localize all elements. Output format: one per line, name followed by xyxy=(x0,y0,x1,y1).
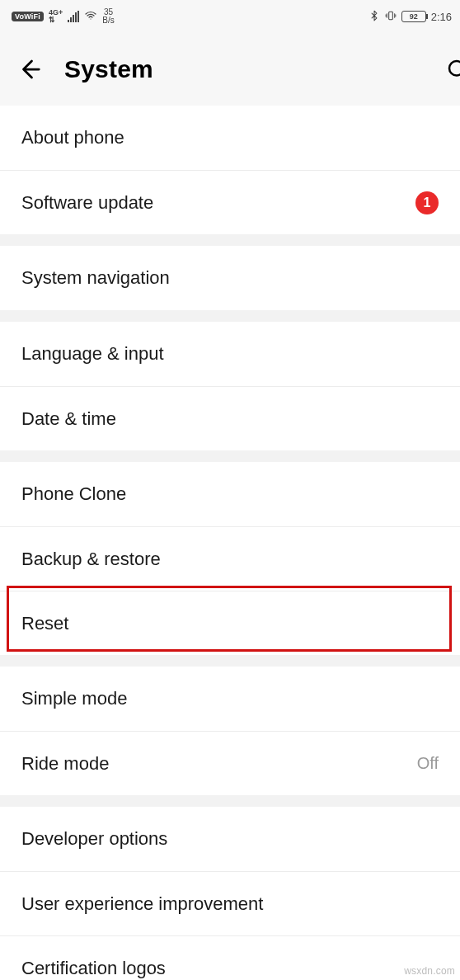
page-title: System xyxy=(64,55,406,83)
watermark: wsxdn.com xyxy=(404,965,455,977)
row-label: System navigation xyxy=(21,267,439,289)
row-date-time[interactable]: Date & time xyxy=(0,386,460,450)
app-bar: System xyxy=(0,33,460,106)
signal-bars-icon xyxy=(68,12,79,22)
row-label: Developer options xyxy=(21,828,439,850)
svg-point-1 xyxy=(449,61,460,76)
row-ride-mode[interactable]: Ride modeOff xyxy=(0,731,460,795)
row-certification[interactable]: Certification logos xyxy=(0,935,460,980)
bluetooth-icon xyxy=(368,10,380,24)
row-label: Date & time xyxy=(21,408,439,430)
row-value: Off xyxy=(417,754,439,773)
settings-list: About phoneSoftware update1System naviga… xyxy=(0,106,460,980)
settings-group: System navigation xyxy=(0,246,460,310)
row-label: Reset xyxy=(21,613,439,634)
update-badge: 1 xyxy=(415,191,439,214)
row-label: About phone xyxy=(21,127,439,148)
clock: 2:16 xyxy=(431,11,452,23)
settings-group: About phoneSoftware update1 xyxy=(0,106,460,234)
row-developer-options[interactable]: Developer options xyxy=(0,807,460,871)
row-label: Backup & restore xyxy=(21,549,439,570)
battery-indicator: 92 xyxy=(401,11,426,22)
status-left: VoWiFi 4G+ ⇅ 35 B/s xyxy=(12,8,115,25)
search-icon xyxy=(445,57,460,82)
row-label: Certification logos xyxy=(21,958,439,979)
group-separator xyxy=(0,795,460,807)
wifi-icon xyxy=(84,9,97,25)
row-language-input[interactable]: Language & input xyxy=(0,322,460,386)
row-label: Phone Clone xyxy=(21,483,439,505)
group-separator xyxy=(0,655,460,667)
settings-group: Language & inputDate & time xyxy=(0,322,460,450)
back-button[interactable] xyxy=(10,49,49,89)
arrow-left-icon xyxy=(17,57,42,82)
row-label: Ride mode xyxy=(21,753,417,775)
search-button[interactable] xyxy=(420,33,460,106)
row-phone-clone[interactable]: Phone Clone xyxy=(0,462,460,526)
settings-group: Phone CloneBackup & restoreReset xyxy=(0,462,460,655)
status-right: 92 2:16 xyxy=(368,10,452,24)
row-label: Software update xyxy=(21,192,415,214)
row-system-navigation[interactable]: System navigation xyxy=(0,246,460,310)
row-about-phone[interactable]: About phone xyxy=(0,106,460,170)
row-backup-restore[interactable]: Backup & restore xyxy=(0,526,460,591)
settings-group: Simple modeRide modeOff xyxy=(0,667,460,795)
row-software-update[interactable]: Software update1 xyxy=(0,170,460,234)
row-simple-mode[interactable]: Simple mode xyxy=(0,667,460,731)
data-speed: 35 B/s xyxy=(102,8,114,25)
row-reset[interactable]: Reset xyxy=(0,591,460,655)
row-label: Language & input xyxy=(21,343,439,365)
svg-rect-0 xyxy=(388,12,392,19)
group-separator xyxy=(0,234,460,246)
row-label: Simple mode xyxy=(21,688,439,709)
group-separator xyxy=(0,310,460,322)
vibrate-icon xyxy=(385,10,397,24)
data-speed-unit: B/s xyxy=(102,16,114,25)
vowifi-indicator: VoWiFi xyxy=(12,12,44,21)
row-user-experience[interactable]: User experience improvement xyxy=(0,871,460,935)
settings-group: Developer optionsUser experience improve… xyxy=(0,807,460,980)
status-bar: VoWiFi 4G+ ⇅ 35 B/s 92 2:16 xyxy=(0,0,460,33)
network-type: 4G+ ⇅ xyxy=(49,9,63,24)
row-label: User experience improvement xyxy=(21,893,439,915)
group-separator xyxy=(0,450,460,462)
network-arrows: ⇅ xyxy=(49,16,55,24)
